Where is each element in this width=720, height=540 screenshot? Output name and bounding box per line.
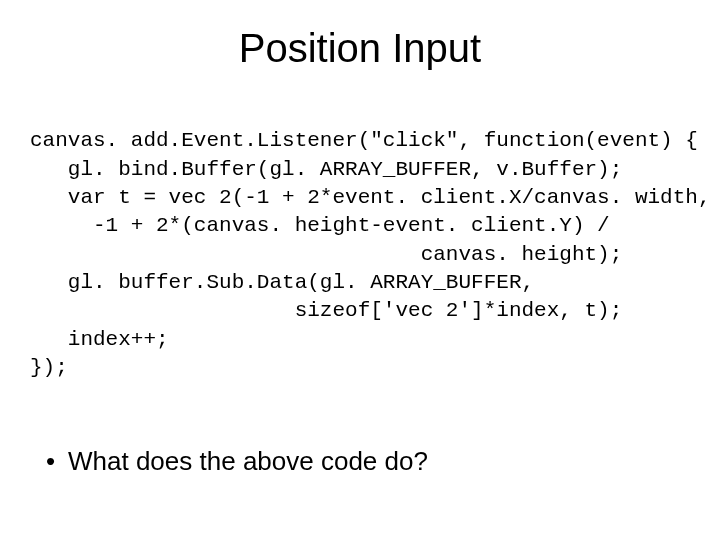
code-line-7: sizeof['vec 2']*index, t);: [30, 299, 622, 322]
code-line-6: gl. buffer.Sub.Data(gl. ARRAY_BUFFER,: [30, 271, 534, 294]
bullet-item: • What does the above code do?: [46, 445, 684, 479]
code-line-3: var t = vec 2(-1 + 2*event. client.X/can…: [30, 186, 711, 209]
slide-title: Position Input: [36, 26, 684, 71]
code-line-2: gl. bind.Buffer(gl. ARRAY_BUFFER, v.Buff…: [30, 158, 622, 181]
code-line-5: canvas. height);: [30, 243, 622, 266]
code-block: canvas. add.Event.Listener("click", func…: [30, 99, 684, 411]
code-line-1: canvas. add.Event.Listener("click", func…: [30, 129, 698, 152]
code-line-4: -1 + 2*(canvas. height-event. client.Y) …: [30, 214, 610, 237]
bullet-text: What does the above code do?: [68, 445, 428, 479]
slide: Position Input canvas. add.Event.Listene…: [0, 0, 720, 540]
code-line-9: });: [30, 356, 68, 379]
bullet-mark: •: [46, 445, 68, 479]
code-line-8: index++;: [30, 328, 169, 351]
bullet-list: • What does the above code do?: [36, 445, 684, 479]
